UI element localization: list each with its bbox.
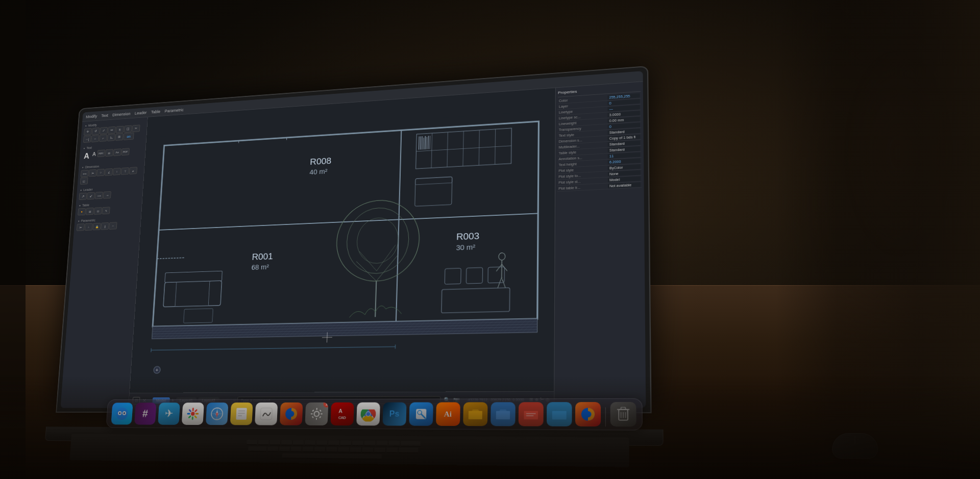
menu-leader[interactable]: Leader	[135, 110, 147, 115]
table-section: Table ● ⊞ ⊡ ✎	[77, 200, 140, 216]
tool-text3[interactable]: Aa	[113, 148, 121, 156]
text-section: Text A A ABC ⊞ Aa PDF	[81, 142, 144, 162]
table-tool-1[interactable]: ●	[78, 208, 86, 216]
table-tool-3[interactable]: ⊡	[94, 207, 102, 215]
dim-tool-4[interactable]: ∠	[105, 168, 113, 176]
dim-tool-5[interactable]: ↕	[113, 168, 121, 175]
properties-panel: Properties Color 255,255,255 Layer 0	[554, 82, 646, 408]
dim-tool-7[interactable]: ⌀	[129, 167, 137, 174]
prop-plot-style-st-label: Plot style st...	[558, 180, 580, 184]
tool-text4[interactable]: PDF	[121, 148, 130, 156]
prop-plot-table-value[interactable]: Not available	[608, 182, 641, 188]
svg-text:40 m²: 40 m²	[309, 168, 328, 177]
tool-text2[interactable]: ⊞	[105, 149, 113, 157]
prop-annotation-label: Annotation s...	[558, 156, 582, 161]
dim-tool-1[interactable]: ⟺	[81, 170, 89, 178]
prop-lineweight-label: Lineweight	[559, 121, 577, 126]
leader-tool-4[interactable]: ⇢	[103, 191, 111, 199]
prop-color-label: Color	[559, 98, 568, 103]
svg-line-31	[421, 136, 421, 149]
svg-line-36	[428, 136, 429, 149]
tool-move[interactable]: ✛	[84, 128, 92, 136]
tool-offset[interactable]: ◫	[124, 125, 132, 133]
prop-plot-table-label: Plot table tr...	[558, 186, 580, 190]
svg-line-33	[424, 138, 424, 149]
cad-viewport[interactable]: R008 40 m² R001 68 m² R003 30 m²	[129, 88, 555, 408]
prop-text-height-label: Text height	[558, 162, 576, 167]
dimension-tools: ⟺ ⊢ ○ ∠ ↕ ⊤ ⌀ ◱	[79, 166, 142, 185]
leader-tool-3[interactable]: ⟿	[95, 192, 103, 199]
prop-plot-style-st-value[interactable]: Model	[608, 176, 641, 182]
menu-text[interactable]: Text	[101, 113, 108, 117]
cad-application: Modify Text Dimension Leader Table Param…	[60, 71, 646, 408]
prop-dim-style-label: Dimension s...	[559, 138, 582, 143]
tool-fillet[interactable]: ⌐	[99, 134, 107, 142]
svg-rect-0	[130, 110, 555, 386]
table-tool-2[interactable]: ⊞	[86, 208, 94, 215]
prop-multileader-label: Multileader...	[559, 144, 580, 149]
laptop-screen: Modify Text Dimension Leader Table Param…	[60, 71, 646, 408]
svg-line-35	[427, 137, 427, 149]
menu-parametric[interactable]: Parametric	[164, 108, 184, 113]
param-tool-4[interactable]: ∥	[101, 222, 109, 230]
tool-text1[interactable]: ABC	[97, 149, 105, 157]
tool-mirror[interactable]: ⇔	[108, 127, 116, 134]
tool-extend[interactable]: →|	[83, 135, 91, 143]
dim-tool-8[interactable]: ◱	[80, 177, 88, 185]
cad-drawing: R008 40 m² R001 68 m² R003 30 m²	[129, 88, 555, 408]
cad-main-area: Modify ✛ ↺ ⤢ ⇔ ⎘ ◫ ✂ →|	[60, 82, 646, 408]
parametric-section: Parametric ⊢ ⟂ 🔒 ∥ ↔	[76, 216, 139, 232]
prop-text-style-label: Text style	[559, 133, 574, 138]
menu-table[interactable]: Table	[151, 109, 161, 114]
param-tool-2[interactable]: ⟂	[85, 223, 93, 231]
svg-line-32	[422, 136, 423, 149]
text-tool-A-medium[interactable]: A	[92, 151, 96, 160]
room-r003-label: R003	[456, 231, 480, 242]
prop-transparency-label: Transparency	[559, 127, 581, 131]
room-r001-label: R001	[252, 251, 273, 262]
tool-chamfer[interactable]: ◺	[107, 134, 115, 141]
text-tool-A-large[interactable]: A	[84, 152, 90, 161]
tool-stretch[interactable]: ↔	[91, 135, 100, 142]
tool-copy[interactable]: ⎘	[116, 126, 124, 134]
prop-linetype-sc-label: Linetype sc...	[559, 115, 581, 120]
tool-trim[interactable]: ✂	[132, 124, 140, 132]
param-tool-5[interactable]: ↔	[109, 222, 117, 230]
dimension-section: Dimension ⟺ ⊢ ○ ∠ ↕ ⊤ ⌀ ◱	[79, 161, 143, 185]
menu-modify[interactable]: Modify	[86, 114, 97, 119]
prop-plot-style-to-label: Plot style to...	[558, 174, 581, 179]
leader-tool-1[interactable]: ↗	[79, 193, 87, 200]
svg-text:68 m²: 68 m²	[251, 263, 269, 271]
tool-scale[interactable]: ⤢	[100, 127, 108, 135]
param-tool-1[interactable]: ⊢	[77, 223, 85, 231]
modify-section: Modify ✛ ↺ ⤢ ⇔ ⎘ ◫ ✂ →|	[82, 119, 145, 143]
prop-layer-label: Layer	[559, 105, 568, 109]
tool-array[interactable]: ⊞	[115, 133, 124, 141]
leader-tool-2[interactable]: ↙	[87, 192, 95, 200]
dim-tool-2[interactable]: ⊢	[89, 169, 97, 177]
dim-tool-3[interactable]: ○	[96, 169, 105, 177]
edge-blur-bottom	[0, 377, 980, 479]
laptop-lid: Modify Text Dimension Leader Table Param…	[56, 66, 651, 413]
tool-on[interactable]: on	[124, 133, 134, 140]
svg-line-34	[425, 136, 426, 149]
prop-table-style-label: Table style	[559, 150, 576, 155]
prop-plot-style-label: Plot style	[558, 168, 574, 172]
menu-dimension[interactable]: Dimension	[112, 111, 131, 117]
room-r008-label: R008	[310, 156, 331, 167]
prop-linetype-label: Linetype	[559, 110, 573, 114]
svg-text:+: +	[155, 367, 158, 373]
scene: Modify Text Dimension Leader Table Param…	[0, 0, 980, 479]
leader-section: Leader ↗ ↙ ⟿ ⇢	[78, 184, 141, 200]
svg-text:30 m²: 30 m²	[456, 243, 475, 252]
dim-tool-6[interactable]: ⊤	[121, 167, 129, 175]
table-tool-4[interactable]: ✎	[102, 207, 110, 214]
tool-rotate[interactable]: ↺	[92, 128, 100, 135]
param-tool-3[interactable]: 🔒	[92, 223, 101, 231]
svg-line-30	[419, 136, 420, 149]
